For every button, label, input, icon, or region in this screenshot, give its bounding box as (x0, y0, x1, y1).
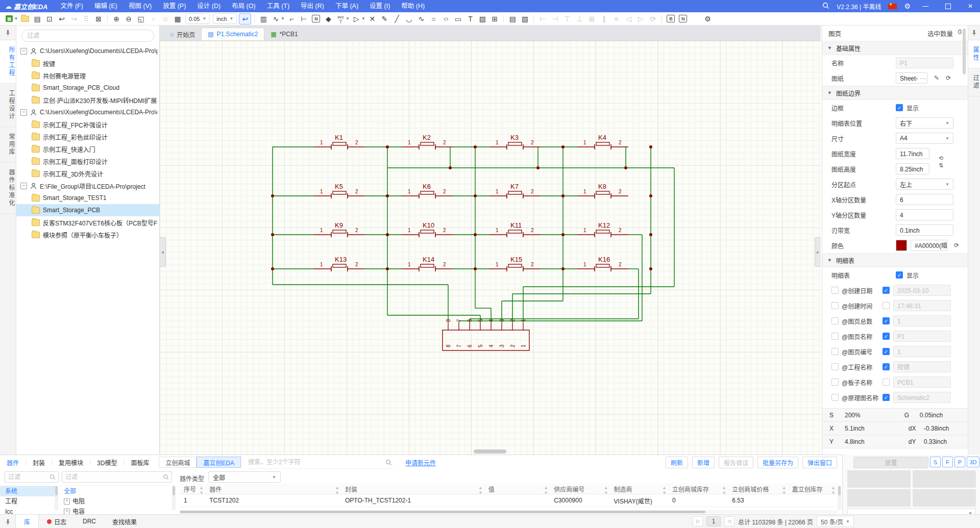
port-icon[interactable]: ▷ (351, 14, 362, 24)
button-新增[interactable]: 新增 (692, 457, 715, 468)
col-header-供应商编号[interactable]: 供应商编号▲▼ (550, 484, 609, 494)
menu-导出R[interactable]: 导出 (R) (295, 0, 330, 12)
lib-tab-封装[interactable]: 封装 (26, 458, 52, 467)
tree-item-立创·庐山派K230开发板-MIPI转HDMI扩展板[interactable]: 立创·庐山派K230开发板-MIPI转HDMI扩展板 (16, 94, 159, 106)
prop-input-Y轴分区数量[interactable]: 4 (896, 209, 953, 220)
button-弹出窗口[interactable]: 弹出窗口 (802, 457, 837, 468)
table-row[interactable]: 1TCST1202OPTO-TH_TCST1202-1C3000900VISHA… (180, 494, 837, 507)
doc-tab-P1.Schematic2[interactable]: ▤P1.Schematic2 (201, 28, 264, 40)
tree-item-Smart_Storage_TEST1[interactable]: Smart_Storage_TEST1 (16, 192, 159, 204)
tree-item-Smart_Storage_PCB[interactable]: Smart_Storage_PCB (16, 204, 159, 216)
col-header-嘉立创库存[interactable]: 嘉立创库存▲▼ (788, 484, 837, 494)
section-明细表[interactable]: ▼明细表 (822, 253, 968, 267)
col-header-立创商城库存[interactable]: 立创商城库存▲▼ (668, 484, 728, 494)
distribute-h-icon[interactable]: ∥ (598, 14, 609, 24)
menu-工具T[interactable]: 工具 (T) (261, 0, 295, 12)
last-page-button[interactable]: >| (724, 516, 734, 526)
tab-jlceda-lib[interactable]: 嘉立创EDA (197, 457, 241, 468)
prop-select-尺寸[interactable]: A4▼ (896, 133, 953, 144)
section-图纸边界[interactable]: ▼图纸边界 (822, 86, 968, 100)
tree-item-root[interactable]: –C:\Users\Xuefeng\Documents\LCEDA-Pro\pr… (16, 45, 159, 57)
prop-input-图纸高度[interactable]: 8.25inch (896, 163, 929, 174)
col-header-封装[interactable]: 封装▲▼ (341, 484, 484, 494)
find-similar-icon[interactable]: ⊠ (93, 14, 104, 24)
net-label-icon[interactable]: N (310, 14, 322, 24)
menu-下单A[interactable]: 下单 (A) (330, 0, 364, 12)
place-resistor-icon[interactable]: ∿ (270, 14, 281, 24)
tree-item-按键[interactable]: 按键 (16, 57, 159, 69)
tree-item-示例工程_彩色丝印设计[interactable]: 示例工程_彩色丝印设计 (16, 131, 159, 143)
vcc-flag-icon[interactable]: VCC┬ (335, 14, 346, 24)
pin-icon[interactable] (0, 26, 16, 40)
attr-select-checkbox[interactable] (831, 287, 839, 294)
save-icon[interactable]: ⊡ (44, 14, 55, 24)
rotate-icon[interactable]: ⟳ (647, 14, 658, 24)
class-item-系统[interactable]: 系统 (0, 486, 55, 496)
collapse-left-panel-handle[interactable]: ◂ (160, 237, 166, 267)
place-component-icon[interactable]: ▥ (258, 14, 269, 24)
tree-expander-icon[interactable]: – (20, 109, 27, 116)
tree-item-示例工程_3D外壳设计[interactable]: 示例工程_3D外壳设计 (16, 167, 159, 180)
tree-expander-icon[interactable]: – (20, 183, 27, 189)
snap-size-select[interactable]: 0.05▼ (185, 13, 210, 24)
place-button[interactable]: 放置 (853, 457, 928, 468)
tree-item-root[interactable]: –C:\Users\Xuefeng\Documents\LCEDA-Pro\ex… (16, 106, 159, 118)
select-box-icon[interactable]: ▫ (148, 14, 159, 24)
preview-button-3D[interactable]: 3D (967, 457, 979, 467)
table-scrollbar[interactable] (838, 486, 841, 510)
canvas-grid-icon[interactable]: ⠿ (81, 14, 92, 24)
col-header-制造商[interactable]: 制造商▲▼ (610, 484, 668, 494)
panel-scrollbar[interactable] (962, 29, 967, 182)
lib-tab-3D模型[interactable]: 3D模型 (90, 458, 124, 467)
table-hscrollbar[interactable] (180, 510, 837, 514)
pin-icon[interactable] (968, 26, 980, 40)
list-scrollbar[interactable] (55, 486, 58, 510)
align-bottom-icon[interactable]: ⊥ (574, 14, 585, 24)
device-type-select[interactable]: 全部▼ (208, 471, 281, 483)
line-icon[interactable]: ╱ (391, 14, 402, 24)
align-grid-icon[interactable]: ⊞ (586, 14, 597, 24)
sidebar-tab-工程设计[interactable]: 工程设计 (0, 84, 16, 127)
sheet-select-button[interactable]: Sheet- ⋯ (896, 72, 927, 84)
port-caret[interactable]: ▼ (361, 14, 365, 24)
menu-文件F[interactable]: 文件 (F) (55, 0, 88, 12)
project-filter-input[interactable] (21, 30, 154, 42)
search-icon[interactable] (822, 2, 829, 11)
close-button[interactable]: ✕ (963, 0, 978, 12)
schematic-canvas[interactable]: K112K212K312K412K512K612K712K812K912K101… (160, 41, 821, 455)
search-icon[interactable] (385, 459, 392, 466)
attr-show-checkbox[interactable] (883, 287, 890, 294)
ellipse-icon[interactable]: ○ (440, 14, 451, 24)
menu-设置I[interactable]: 设置 (I) (364, 0, 396, 12)
expand-icon[interactable]: + (64, 498, 70, 505)
minimize-button[interactable]: — (918, 0, 933, 12)
menu-视图V[interactable]: 视图 (V) (123, 0, 157, 12)
net-probe-icon[interactable]: ◆ (323, 14, 334, 24)
bezier-icon[interactable]: ∿ (415, 14, 427, 24)
tree-expander-icon[interactable]: – (20, 48, 27, 55)
align-top-icon[interactable]: ⊤ (561, 14, 573, 24)
bom-export-icon[interactable]: B (665, 14, 676, 24)
attr-select-checkbox[interactable] (831, 379, 839, 386)
attr-show-checkbox[interactable] (883, 379, 890, 386)
tree-item-反客STM32F407VET6核心板（PCB型号FK40[interactable]: 反客STM32F407VET6核心板（PCB型号FK40 (16, 216, 159, 229)
align-right-icon[interactable]: ⊣ (549, 14, 560, 24)
preview-button-F[interactable]: F (942, 457, 953, 467)
unit-select[interactable]: inch▼ (213, 13, 237, 24)
canvas-hscrollbar-thumb[interactable] (474, 449, 506, 454)
arc-icon[interactable]: ◡ (403, 14, 414, 24)
doc-tab-开始页[interactable]: ⌂开始页 (164, 28, 201, 40)
rect-icon[interactable]: ▭ (452, 14, 463, 24)
text-icon[interactable]: T (464, 14, 476, 24)
checkbox[interactable] (896, 271, 903, 279)
class-item-Icc[interactable]: Icc (0, 507, 55, 515)
prop-input-名称[interactable]: P1 (896, 57, 953, 68)
per-page-select[interactable]: 50 条/页▼ (817, 516, 854, 527)
redo-icon[interactable]: ↪ (68, 14, 80, 24)
no-connect-icon[interactable]: ✕ (366, 14, 378, 24)
circle-icon[interactable]: ○ (428, 14, 439, 24)
attr-select-checkbox[interactable] (831, 317, 839, 324)
color-value[interactable]: #A00000(暗 (911, 240, 947, 251)
tab-lcsc-mall[interactable]: 立创商城 (159, 457, 197, 468)
panel-tab-属性[interactable]: 属性 (968, 40, 980, 68)
